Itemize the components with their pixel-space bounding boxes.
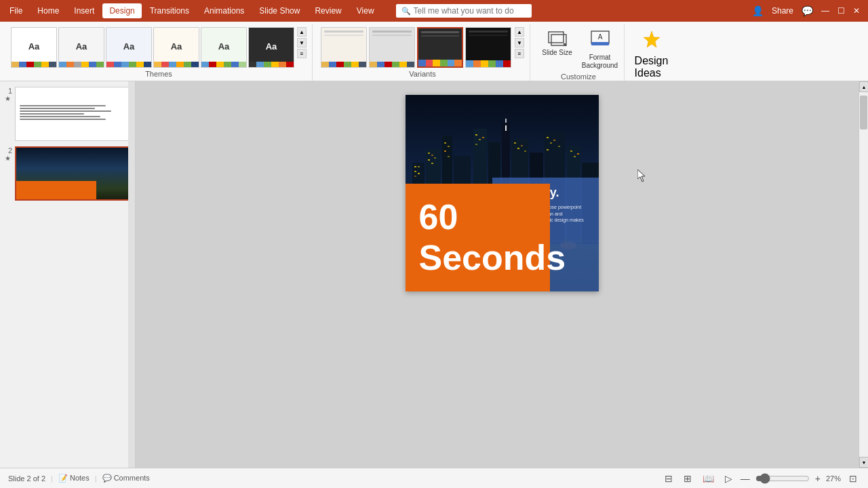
- format-background-icon: A: [590, 30, 610, 52]
- svg-rect-21: [414, 166, 416, 167]
- share-button[interactable]: Share: [772, 6, 793, 16]
- theme-1[interactable]: Aa: [11, 27, 57, 68]
- slide-2-preview[interactable]: [15, 146, 132, 201]
- main-area: 1 ★ 2 ★: [0, 81, 868, 468]
- ribbon-container: File Home Insert Design Transitions Anim…: [0, 0, 868, 81]
- slide-1-number: 1: [3, 87, 12, 95]
- menu-review[interactable]: Review: [308, 3, 348, 18]
- restore-button[interactable]: ☐: [837, 6, 845, 16]
- search-icon: 🔍: [401, 7, 411, 16]
- svg-rect-35: [444, 150, 446, 152]
- themes-scroll-arrows: ▲ ▼ ≡: [296, 27, 307, 58]
- variants-scroll-expand[interactable]: ≡: [515, 49, 524, 58]
- svg-rect-33: [444, 142, 446, 144]
- menu-view[interactable]: View: [350, 3, 381, 18]
- theme-6[interactable]: Aa: [248, 27, 294, 68]
- slide-2-number: 2: [3, 146, 12, 155]
- svg-rect-25: [418, 173, 420, 174]
- svg-rect-46: [550, 142, 552, 144]
- theme-2[interactable]: Aa: [58, 27, 104, 68]
- theme-5[interactable]: Aa: [201, 27, 247, 68]
- slide-1-preview[interactable]: [15, 87, 132, 141]
- svg-rect-22: [418, 166, 420, 167]
- slide-1-content: [16, 87, 132, 125]
- ribbon-content: Aa Aa Aa: [0, 22, 868, 81]
- menu-file[interactable]: File: [3, 3, 29, 18]
- slide-size-icon: [547, 30, 568, 47]
- minimize-button[interactable]: —: [821, 6, 829, 16]
- svg-rect-30: [431, 163, 433, 164]
- variants-section: ▲ ▼ ≡ Variants: [315, 24, 530, 81]
- sixty-seconds-text: 60 Seconds: [419, 197, 566, 278]
- menu-design[interactable]: Design: [102, 3, 141, 18]
- themes-section: Aa Aa Aa: [5, 24, 313, 81]
- svg-rect-48: [558, 146, 560, 147]
- svg-rect-37: [475, 134, 477, 136]
- menu-transitions[interactable]: Transitions: [143, 3, 196, 18]
- menu-insert[interactable]: Insert: [67, 3, 101, 18]
- main-slide-canvas[interactable]: simplicity. simplicity is a multipurpose…: [406, 95, 599, 291]
- theme-6-colorbar: [249, 62, 294, 67]
- slide-2-orange-overlay: [16, 181, 96, 199]
- comment-icon[interactable]: 💬: [802, 5, 813, 16]
- variants-scroll-down[interactable]: ▼: [515, 38, 524, 47]
- search-input[interactable]: [414, 6, 522, 16]
- slides-panel: 1 ★ 2 ★: [0, 81, 136, 468]
- slide-sorter-button[interactable]: ⊞: [681, 472, 694, 485]
- zoom-slider[interactable]: [755, 473, 810, 484]
- close-button[interactable]: ✕: [853, 6, 860, 16]
- designer-section: Design Ideas Designer: [627, 24, 675, 81]
- scroll-down-button[interactable]: ▼: [859, 457, 868, 468]
- menu-home[interactable]: Home: [31, 3, 66, 18]
- reading-view-button[interactable]: 📖: [700, 472, 717, 485]
- theme-2-colorbar: [59, 62, 104, 67]
- normal-view-button[interactable]: ⊟: [662, 472, 675, 485]
- variants-row: ▲ ▼ ≡: [321, 27, 524, 68]
- theme-3[interactable]: Aa: [106, 27, 152, 68]
- themes-scroll-up[interactable]: ▲: [297, 27, 307, 37]
- slide-info: Slide 2 of 2: [8, 474, 45, 483]
- scroll-up-button[interactable]: ▲: [859, 81, 868, 92]
- format-background-button[interactable]: A Format Background: [581, 27, 618, 73]
- themes-scroll-down[interactable]: ▼: [297, 38, 307, 47]
- theme-4-label: Aa: [171, 41, 182, 52]
- menu-slideshow[interactable]: Slide Show: [252, 3, 307, 18]
- slide-2-num-col: 2 ★: [3, 146, 12, 162]
- themes-scroll-expand[interactable]: ≡: [297, 49, 307, 58]
- scroll-thumb[interactable]: [860, 96, 867, 129]
- theme-2-label: Aa: [76, 41, 87, 52]
- menu-animations[interactable]: Animations: [197, 3, 251, 18]
- theme-3-colorbar: [106, 62, 151, 67]
- svg-rect-39: [482, 137, 484, 138]
- slide-size-button[interactable]: Slide Size: [538, 27, 576, 60]
- svg-rect-49: [547, 149, 549, 150]
- svg-rect-34: [448, 146, 450, 147]
- notes-button[interactable]: 📝 Notes: [58, 474, 90, 483]
- themes-label: Themes: [145, 70, 172, 81]
- fit-to-window-button[interactable]: ⊡: [846, 472, 860, 485]
- variants-label: Variants: [409, 70, 436, 81]
- svg-rect-28: [428, 159, 430, 161]
- svg-marker-6: [644, 31, 660, 47]
- svg-rect-43: [521, 145, 523, 146]
- theme-4[interactable]: Aa: [153, 27, 199, 68]
- slide-size-label: Slide Size: [542, 49, 572, 57]
- theme-5-colorbar: [201, 62, 246, 67]
- variant-2[interactable]: [369, 27, 415, 68]
- status-divider-1: |: [51, 474, 53, 483]
- status-right: ⊟ ⊞ 📖 ▷ — + 27% ⊡: [662, 472, 860, 485]
- comments-button[interactable]: 💬 Comments: [102, 474, 150, 483]
- presenter-view-button[interactable]: ▷: [722, 472, 735, 485]
- variant-3[interactable]: [417, 27, 463, 68]
- customize-icons: Slide Size A Format Background: [538, 27, 618, 73]
- variant-4[interactable]: [465, 27, 511, 68]
- svg-rect-26: [428, 152, 430, 154]
- variants-scroll-up[interactable]: ▲: [515, 27, 524, 37]
- svg-rect-45: [547, 137, 549, 138]
- design-ideas-button[interactable]: Design Ideas: [633, 27, 670, 82]
- variant-1[interactable]: [321, 27, 367, 68]
- cursor-indicator: [637, 169, 648, 186]
- zoom-in-icon[interactable]: +: [815, 473, 821, 484]
- zoom-out-icon[interactable]: —: [741, 473, 750, 484]
- panel-scrollbar[interactable]: [128, 81, 135, 468]
